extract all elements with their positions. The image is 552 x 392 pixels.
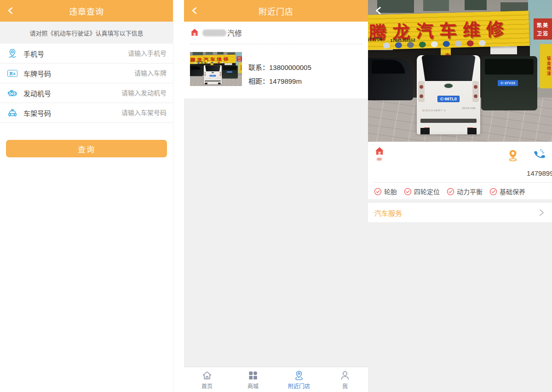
store-house-icon — [190, 28, 199, 37]
field-row-phone: 手机号 — [0, 44, 173, 63]
frame-number-input[interactable] — [98, 109, 167, 116]
mall-grid-icon — [247, 370, 259, 381]
distance-label: 相距： — [248, 77, 269, 85]
dark-suv-plate: C·37V23 — [227, 71, 232, 73]
check-circle-icon — [374, 188, 382, 196]
shop-sign-number: 577706 — [190, 61, 194, 62]
back-button[interactable] — [5, 5, 17, 17]
tab-label: 我 — [342, 382, 348, 390]
photo-right-yellow-sign: 钣金喷漆 — [239, 63, 242, 73]
photo-white-sign — [224, 63, 232, 65]
service-tag: 动力平衡 — [447, 187, 483, 196]
photo-window — [206, 52, 213, 55]
nearby-stores-header: 附近门店 — [184, 0, 368, 22]
plate-input[interactable] — [98, 69, 167, 77]
tab-label: 商城 — [247, 382, 259, 390]
side-sign-text: 卫浴 — [238, 59, 241, 61]
car-service-label: 汽车服务 — [374, 208, 402, 218]
field-label: 手机号 — [23, 49, 44, 58]
chevron-left-icon — [190, 6, 199, 15]
service-tag: 四轮定位 — [404, 187, 440, 196]
store-house-icon — [374, 146, 385, 158]
photo-side-red-sign: 凯美 卫浴 — [237, 57, 242, 62]
car-service-row[interactable]: 汽车服务 — [368, 203, 552, 222]
photo-shop-sign: 腾龙汽车维修 577706 17681351112 — [368, 11, 529, 50]
photo-black-car — [190, 66, 203, 76]
photo-shop-sign: 腾龙汽车维修 577706 17681351112 — [190, 55, 236, 64]
chevron-left-icon — [374, 6, 383, 15]
field-row-plate: 京A 车牌号码 — [0, 63, 173, 83]
tab-me[interactable]: 我 — [322, 367, 368, 392]
photo-white-sign — [490, 46, 517, 54]
photo-white-suv: C·66TL0 DISCOVERY 4 SDV6 HSE — [204, 65, 222, 84]
white-suv-trim-text: SDV6 HSE — [462, 107, 476, 110]
store-photo-scene: 凯美 卫浴 快修保养 电脑 钣金喷漆 腾龙汽车维修 577706 1768135… — [190, 52, 242, 86]
service-tag-label: 动力平衡 — [457, 187, 483, 196]
photo-window — [465, 0, 487, 10]
tab-mall[interactable]: 商城 — [230, 367, 276, 392]
license-plate-icon: 京A — [6, 70, 18, 77]
field-row-engine: 发动机号 — [0, 83, 173, 103]
chevron-left-icon — [6, 6, 15, 15]
plate-chip-text: 京A — [7, 70, 17, 77]
home-icon — [201, 370, 213, 381]
photo-black-car — [368, 58, 413, 100]
engine-number-input[interactable] — [98, 89, 167, 97]
store-detail-screen: 凯美 卫浴 快修保养 电脑 钣金喷漆 腾龙汽车维修 577706 1768135… — [368, 0, 552, 392]
location-pin-icon — [6, 48, 18, 59]
call-phone-icon[interactable] — [534, 149, 546, 162]
photo-right-yellow-sign: 钣金喷漆 — [540, 44, 552, 88]
tab-nearby-stores[interactable]: 附近门店 — [276, 367, 322, 392]
white-suv-trim-text: SDV6 HSE — [217, 78, 220, 78]
store-distance: 1479899m — [527, 169, 552, 177]
photo-dark-suv: C·37V23 — [481, 56, 537, 110]
store-name-row[interactable]: 汽修 — [184, 22, 368, 44]
query-button[interactable]: 查询 — [6, 140, 167, 157]
field-label: 车牌号码 — [23, 69, 51, 78]
service-tag: 基础保养 — [489, 187, 525, 196]
violation-query-header: 违章查询 — [0, 0, 173, 22]
back-button[interactable] — [189, 5, 201, 17]
service-tag-label: 基础保养 — [500, 187, 525, 196]
store-info-card: 1479899m 轮胎 四轮定位 动力平衡 基础保养 — [368, 142, 552, 199]
check-circle-icon — [404, 188, 412, 196]
violation-query-screen: 违章查询 请对照《机动车行驶证》认真填写以下信息 手机号 京A 车牌号码 发动机… — [0, 0, 173, 392]
chevron-right-icon — [537, 208, 546, 217]
notice-bar: 请对照《机动车行驶证》认真填写以下信息 — [0, 22, 173, 44]
location-pin-icon — [293, 370, 305, 381]
photo-window — [423, 0, 449, 11]
side-sign-text: 凯美 — [238, 57, 241, 59]
service-tags: 轮胎 四轮定位 动力平衡 基础保养 — [374, 187, 525, 196]
bottom-tab-bar: 首页 商城 附近门店 我 — [184, 367, 368, 392]
contact-value: 13800000005 — [269, 63, 311, 71]
censored-store-name — [202, 29, 226, 36]
photo-white-suv: C·66TL0 DISCOVERY 4 SDV6 HSE — [417, 55, 480, 134]
contact-line: 联系：13800000005 — [248, 62, 311, 72]
car-icon — [6, 107, 18, 118]
store-photo-scene: 凯美 卫浴 快修保养 电脑 钣金喷漆 腾龙汽车维修 577706 1768135… — [368, 0, 552, 142]
censored-store-name-smudge — [377, 158, 382, 161]
nearby-stores-screen: 附近门店 汽修 凯美 卫浴 快修保养 电脑 钣金喷漆 — [184, 0, 368, 392]
store-listing-info: 联系：13800000005 相距：1479899m — [248, 52, 311, 90]
phone-input[interactable] — [98, 50, 167, 57]
store-card: 汽修 凯美 卫浴 快修保养 电脑 钣金喷漆 腾龙汽车维修 577706 1768… — [184, 22, 368, 98]
field-row-frame: 车架号码 — [0, 103, 173, 123]
user-icon — [339, 370, 351, 381]
service-tag-label: 轮胎 — [384, 187, 397, 196]
engine-icon — [6, 87, 18, 98]
store-name-suffix: 汽修 — [227, 27, 242, 38]
distance-line: 相距：1479899m — [248, 76, 311, 86]
tab-label: 附近门店 — [288, 382, 310, 390]
white-suv-plate: C·66TL0 — [437, 96, 460, 102]
store-listing-item[interactable]: 凯美 卫浴 快修保养 电脑 钣金喷漆 腾龙汽车维修 577706 1768135… — [184, 44, 368, 98]
back-button[interactable] — [373, 5, 385, 17]
tab-home[interactable]: 首页 — [184, 367, 230, 392]
field-label: 车架号码 — [23, 108, 51, 118]
store-photo: 凯美 卫浴 快修保养 电脑 钣金喷漆 腾龙汽车维修 577706 1768135… — [368, 0, 552, 142]
field-label: 发动机号 — [23, 88, 51, 98]
side-sign-text: 凯美 — [537, 21, 549, 29]
store-thumbnail-slot[interactable]: 凯美 卫浴 快修保养 电脑 钣金喷漆 腾龙汽车维修 577706 1768135… — [190, 52, 242, 86]
check-circle-icon — [489, 188, 497, 196]
navigate-pin-icon[interactable] — [508, 149, 518, 163]
shop-sign-number: 577706 — [368, 37, 382, 42]
